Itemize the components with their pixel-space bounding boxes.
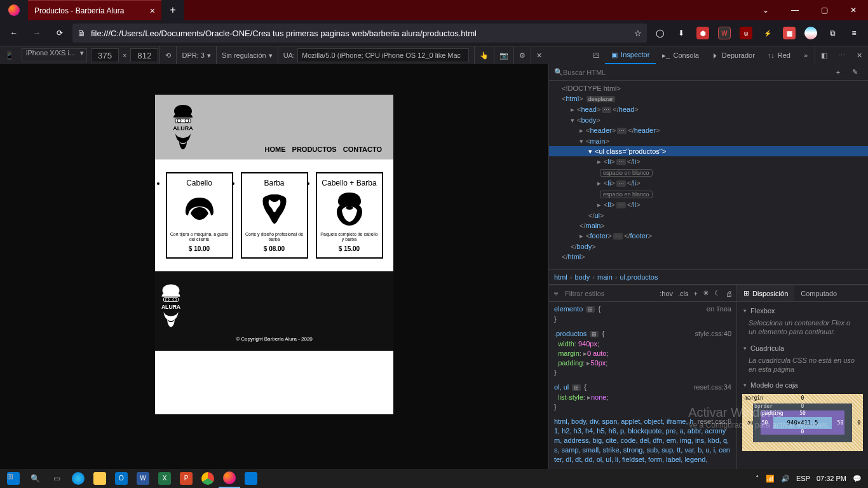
inspector-tab[interactable]: ▣ Inspector bbox=[605, 46, 656, 64]
new-tab-button[interactable]: + bbox=[161, 0, 184, 20]
dom-line[interactable]: ▸<head>⋯</head> bbox=[549, 104, 868, 115]
pick-element-icon[interactable]: ⮹ bbox=[587, 46, 605, 64]
rules-body[interactable]: en línea elemento ⊞ {} style.css:40 .pro… bbox=[549, 302, 736, 469]
devtools-menu-icon[interactable]: ⋯ bbox=[832, 46, 850, 64]
ext-icon-5[interactable]: ▦ bbox=[779, 23, 799, 43]
nav-productos[interactable]: PRODUCTOS bbox=[292, 146, 337, 153]
tb-powerpoint-icon[interactable]: P bbox=[175, 469, 197, 488]
viewport-height-input[interactable] bbox=[130, 48, 158, 62]
crumb[interactable]: html bbox=[554, 273, 567, 281]
dark-scheme-icon[interactable]: ☾ bbox=[714, 289, 721, 297]
tray-notifications-icon[interactable]: 💬 bbox=[853, 475, 862, 483]
dom-line[interactable]: ▸<footer>⋯</footer> bbox=[549, 231, 868, 241]
dom-line[interactable]: ▸<header>⋯</header> bbox=[549, 125, 868, 136]
layout-tab[interactable]: ⊞ Disposición bbox=[737, 285, 794, 301]
dom-line[interactable]: </body> bbox=[549, 241, 868, 252]
tb-edge-icon[interactable] bbox=[67, 469, 89, 488]
tray-wifi-icon[interactable]: 📶 bbox=[766, 475, 775, 483]
minimize-button[interactable]: — bbox=[780, 0, 810, 20]
touch-toggle[interactable]: 👆 bbox=[474, 46, 494, 64]
ext-icon-2[interactable]: W bbox=[714, 23, 735, 43]
task-view-button[interactable]: ▭ bbox=[46, 469, 67, 488]
window-close-button[interactable]: ✕ bbox=[839, 0, 868, 20]
screenshot-button[interactable]: 📷 bbox=[494, 46, 513, 64]
dom-tree[interactable]: <!DOCTYPE html> <html> desplazar ▸<head>… bbox=[549, 81, 868, 269]
dock-side-icon[interactable]: ◧ bbox=[815, 46, 832, 64]
back-button[interactable]: ← bbox=[4, 23, 24, 43]
tb-vscode-icon[interactable] bbox=[240, 469, 262, 488]
print-media-icon[interactable]: 🖨 bbox=[726, 290, 733, 297]
dom-search-input[interactable] bbox=[563, 69, 830, 76]
forward-button[interactable]: → bbox=[27, 23, 47, 43]
dom-line[interactable]: ▾<main> bbox=[549, 136, 868, 146]
start-button[interactable]: ⊞ bbox=[3, 469, 24, 488]
dom-line[interactable]: </main> bbox=[549, 220, 868, 231]
dom-line[interactable]: ▸<li>⋯</li> bbox=[549, 156, 868, 167]
rotate-button[interactable]: ⟲ bbox=[159, 46, 176, 64]
dom-line[interactable]: ▸<li>⋯</li> bbox=[549, 178, 868, 189]
grid-section[interactable]: Cuadrícula bbox=[737, 342, 868, 355]
throttle-select[interactable]: Sin regulación ▾ bbox=[216, 46, 278, 64]
rdm-settings-icon[interactable]: ⚙ bbox=[513, 46, 531, 64]
dom-line[interactable]: <!DOCTYPE html> bbox=[549, 83, 868, 93]
dom-line[interactable]: </ul> bbox=[549, 210, 868, 220]
tabs-dropdown-icon[interactable]: ⌄ bbox=[751, 0, 780, 20]
extensions-icon[interactable]: ⧉ bbox=[822, 23, 843, 43]
network-tab[interactable]: ↑↓ Red bbox=[761, 46, 797, 64]
windows-taskbar[interactable]: ⊞ 🔍 ▭ O W X P ˄ 📶 🔊 ESP 07:32 PM 💬 bbox=[0, 469, 868, 488]
tb-chrome-icon[interactable] bbox=[197, 469, 219, 488]
eyedropper-icon[interactable]: ✎ bbox=[846, 68, 863, 76]
account-icon[interactable] bbox=[801, 23, 821, 43]
url-bar[interactable]: 🗎 file:///C:/Users/Leo/Documents/Oracle-… bbox=[72, 24, 647, 43]
tray-time[interactable]: 07:32 PM bbox=[817, 475, 846, 482]
breadcrumbs[interactable]: html› body› main› ul.productos bbox=[549, 269, 868, 285]
viewport-width-input[interactable] bbox=[91, 48, 119, 62]
save-pocket-icon[interactable]: ◯ bbox=[649, 23, 670, 43]
search-button[interactable]: 🔍 bbox=[24, 469, 46, 488]
browser-tab[interactable]: Productos - Barbería Alura × bbox=[28, 0, 161, 20]
ext-icon-1[interactable]: ⬢ bbox=[693, 23, 713, 43]
close-icon[interactable]: × bbox=[150, 6, 155, 16]
ua-input[interactable] bbox=[297, 48, 469, 62]
downloads-icon[interactable]: ⬇ bbox=[671, 23, 691, 43]
tb-explorer-icon[interactable] bbox=[89, 469, 111, 488]
tb-outlook-icon[interactable]: O bbox=[111, 469, 132, 488]
computed-tab[interactable]: Computado bbox=[794, 285, 843, 301]
dom-line[interactable]: ▸<li>⋯</li> bbox=[549, 200, 868, 210]
rdm-close-button[interactable]: ✕ bbox=[531, 46, 547, 64]
crumb[interactable]: main bbox=[597, 273, 613, 281]
maximize-button[interactable]: ▢ bbox=[810, 0, 839, 20]
dom-line[interactable]: <html> desplazar bbox=[549, 93, 868, 104]
dom-line[interactable]: </html> bbox=[549, 252, 868, 262]
crumb[interactable]: body bbox=[574, 273, 590, 281]
devtools-close-icon[interactable]: ✕ bbox=[850, 46, 868, 64]
ext-icon-4[interactable]: ⚡ bbox=[757, 23, 778, 43]
reload-button[interactable]: ⟳ bbox=[50, 23, 70, 43]
crumb[interactable]: ul.productos bbox=[620, 273, 658, 281]
tb-word-icon[interactable]: W bbox=[132, 469, 154, 488]
tray-chevron-icon[interactable]: ˄ bbox=[756, 475, 759, 483]
ext-icon-3[interactable]: u bbox=[736, 23, 756, 43]
hov-toggle[interactable]: :hov bbox=[660, 290, 673, 297]
tray-volume-icon[interactable]: 🔊 bbox=[781, 475, 790, 483]
nav-contacto[interactable]: CONTACTO bbox=[343, 146, 382, 153]
filter-styles-input[interactable] bbox=[565, 290, 616, 297]
dom-line-selected[interactable]: ▾<ul class="productos"> bbox=[549, 146, 868, 156]
box-model[interactable]: margin 0 auto 0 border 0 padding 50 50 bbox=[742, 394, 863, 451]
console-tab[interactable]: ▸_ Consola bbox=[656, 46, 705, 64]
flexbox-section[interactable]: Flexbox bbox=[737, 304, 868, 317]
bookmark-star-icon[interactable]: ☆ bbox=[634, 29, 642, 38]
menu-icon[interactable]: ≡ bbox=[844, 23, 864, 43]
boxmodel-section[interactable]: Modelo de caja bbox=[737, 379, 868, 391]
add-node-icon[interactable]: + bbox=[830, 69, 846, 76]
cls-toggle[interactable]: .cls bbox=[678, 290, 689, 297]
tray-lang[interactable]: ESP bbox=[796, 475, 810, 482]
nav-home[interactable]: HOME bbox=[265, 146, 286, 153]
more-tabs-icon[interactable]: » bbox=[797, 46, 815, 64]
debugger-tab[interactable]: ⏵ Depurador bbox=[705, 46, 761, 64]
device-select[interactable]: iPhone X/XS i... ▾ bbox=[22, 48, 87, 62]
add-rule-icon[interactable]: + bbox=[694, 290, 698, 297]
dpr-select[interactable]: DPR: 3 ▾ bbox=[176, 46, 215, 64]
tb-excel-icon[interactable]: X bbox=[154, 469, 175, 488]
light-scheme-icon[interactable]: ☀ bbox=[703, 289, 709, 297]
